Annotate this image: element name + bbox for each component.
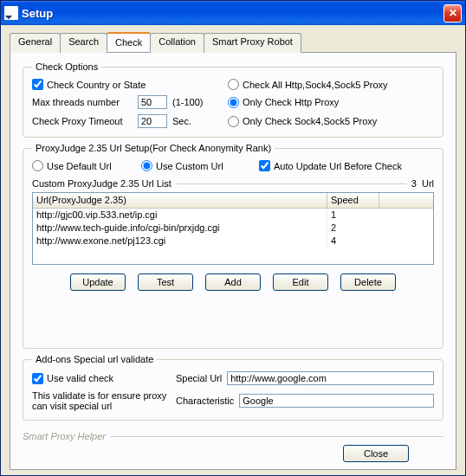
use-default-radio[interactable]: Use Default Url	[32, 160, 136, 171]
mode-sock-input[interactable]	[228, 116, 239, 127]
auto-update-checkbox[interactable]: Auto Update Url Before Check	[259, 160, 402, 171]
footer-helper: Smart Proxy Helper	[23, 431, 106, 441]
test-button[interactable]: Test	[138, 273, 193, 291]
add-button[interactable]: Add	[205, 273, 261, 291]
url-count: 3	[411, 178, 417, 189]
cell-url: http://gjc00.vip.533.net/ip.cgi	[33, 209, 327, 222]
check-country-label: Check Country or State	[47, 80, 146, 90]
cell-url: http://www.tech-guide.info/cgi-bin/prxjd…	[33, 222, 327, 235]
special-url-label: Special Url	[176, 373, 222, 383]
col-spare	[379, 193, 433, 208]
proxyjudge-legend: ProxyJudge 2.35 Url Setup(For Check Anon…	[32, 143, 275, 153]
mode-all-input[interactable]	[228, 79, 239, 90]
divider	[111, 436, 443, 437]
addons-legend: Add-ons Special url validate	[32, 354, 157, 364]
characteristic-input[interactable]	[239, 394, 434, 408]
divider	[177, 183, 406, 184]
mode-all-label: Check All Http,Sock4,Sock5 Proxy	[243, 80, 388, 90]
url-list-label: Custom ProxyJudge 2.35 Url List	[32, 178, 172, 189]
close-button[interactable]: Close	[343, 445, 409, 462]
tab-panel-check: Check Options Check Country or State Che…	[10, 52, 456, 470]
tab-search[interactable]: Search	[60, 33, 107, 53]
timeout-label: Check Proxy Timeout	[32, 116, 133, 126]
url-button-row: Update Test Add Edit Delete	[32, 273, 434, 291]
client-area: General Search Check Collation Smart Pro…	[1, 25, 465, 475]
special-url-input[interactable]	[227, 371, 434, 385]
col-url[interactable]: Url(ProxyJudge 2.35)	[33, 193, 327, 208]
max-threads-input[interactable]	[138, 95, 167, 109]
timeout-unit: Sec.	[172, 116, 191, 126]
use-custom-radio[interactable]: Use Custom Url	[141, 160, 254, 171]
addons-group: Add-ons Special url validate Use valid c…	[23, 354, 443, 421]
tab-collation[interactable]: Collation	[150, 33, 204, 53]
use-default-input[interactable]	[32, 160, 43, 171]
list-item[interactable]: http://www.exone.net/pj123.cgi 4	[33, 235, 433, 248]
auto-update-label: Auto Update Url Before Check	[274, 161, 402, 171]
setup-window: Setup ✕ General Search Check Collation S…	[0, 0, 466, 476]
use-valid-label: Use valid check	[47, 373, 113, 383]
use-custom-input[interactable]	[141, 160, 152, 171]
mode-sock-label: Only Check Sock4,Sock5 Proxy	[243, 116, 377, 126]
tab-smart-proxy-robot[interactable]: Smart Proxy Robot	[204, 33, 301, 53]
use-valid-checkbox[interactable]: Use valid check	[32, 373, 171, 384]
window-title: Setup	[22, 7, 443, 20]
col-speed[interactable]: Speed	[327, 193, 379, 208]
update-button[interactable]: Update	[70, 273, 126, 291]
proxyjudge-group: ProxyJudge 2.35 Url Setup(For Check Anon…	[23, 143, 443, 349]
characteristic-label: Characteristic	[176, 396, 234, 406]
cell-url: http://www.exone.net/pj123.cgi	[33, 235, 327, 248]
cell-speed: 1	[327, 209, 379, 222]
mode-http-input[interactable]	[228, 97, 239, 108]
check-country-input[interactable]	[32, 79, 43, 90]
cell-speed: 4	[327, 235, 379, 248]
listview-header: Url(ProxyJudge 2.35) Speed	[33, 193, 433, 209]
use-custom-label: Use Custom Url	[156, 161, 223, 171]
edit-button[interactable]: Edit	[273, 273, 328, 291]
list-item[interactable]: http://www.tech-guide.info/cgi-bin/prxjd…	[33, 222, 433, 235]
mode-http-radio[interactable]: Only Check Http Proxy	[228, 97, 339, 108]
tab-check[interactable]: Check	[107, 32, 151, 52]
use-default-label: Use Default Url	[47, 161, 112, 171]
cell-speed: 2	[327, 222, 379, 235]
list-item[interactable]: http://gjc00.vip.533.net/ip.cgi 1	[33, 209, 433, 222]
use-valid-input[interactable]	[32, 373, 43, 384]
mode-sock-radio[interactable]: Only Check Sock4,Sock5 Proxy	[228, 116, 377, 127]
app-icon	[4, 6, 18, 20]
mode-all-radio[interactable]: Check All Http,Sock4,Sock5 Proxy	[228, 79, 388, 90]
titlebar: Setup ✕	[1, 1, 465, 25]
close-icon[interactable]: ✕	[443, 4, 462, 23]
tab-general[interactable]: General	[10, 33, 61, 53]
tab-bar: General Search Check Collation Smart Pro…	[10, 32, 456, 52]
max-threads-range: (1-100)	[172, 97, 203, 107]
max-threads-label: Max threads number	[32, 97, 133, 107]
check-country-checkbox[interactable]: Check Country or State	[32, 79, 146, 90]
auto-update-input[interactable]	[259, 160, 270, 171]
check-options-group: Check Options Check Country or State Che…	[23, 61, 443, 138]
url-count-unit: Url	[422, 178, 434, 189]
timeout-input[interactable]	[138, 114, 167, 128]
url-listview[interactable]: Url(ProxyJudge 2.35) Speed http://gjc00.…	[32, 192, 434, 265]
delete-button[interactable]: Delete	[340, 273, 396, 291]
footer: Smart Proxy Helper Close	[23, 426, 443, 462]
check-options-legend: Check Options	[32, 61, 101, 72]
mode-http-label: Only Check Http Proxy	[243, 97, 339, 107]
addons-note: This validate is for ensure proxy can vi…	[32, 390, 171, 411]
